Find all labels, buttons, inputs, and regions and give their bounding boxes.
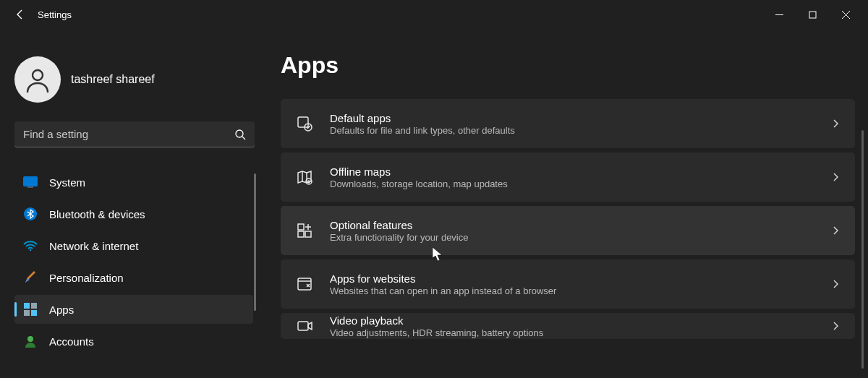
chevron-right-icon: [830, 279, 841, 289]
search-icon: [234, 129, 246, 140]
sidebar: tashreef shareef System Bluetooth & devi…: [0, 29, 260, 378]
card-title: Apps for websites: [330, 272, 830, 285]
chevron-right-icon: [830, 225, 841, 236]
svg-point-5: [236, 130, 243, 137]
sidebar-item-personalization[interactable]: Personalization: [14, 263, 253, 292]
accounts-icon: [23, 334, 38, 348]
optional-features-icon: [295, 221, 314, 240]
settings-cards: Default apps Defaults for file and link …: [281, 99, 855, 339]
card-video-playback[interactable]: Video playback Video adjustments, HDR st…: [281, 313, 855, 339]
sidebar-item-label: Network & internet: [49, 240, 138, 252]
sidebar-item-label: Accounts: [49, 335, 94, 348]
card-subtitle: Defaults for file and link types, other …: [330, 125, 830, 136]
card-subtitle: Extra functionality for your device: [330, 232, 830, 243]
card-optional-features[interactable]: Optional features Extra functionality fo…: [281, 206, 855, 255]
sidebar-item-system[interactable]: System: [14, 168, 253, 197]
bluetooth-icon: [23, 207, 38, 221]
sidebar-item-bluetooth[interactable]: Bluetooth & devices: [14, 199, 253, 228]
chevron-right-icon: [830, 321, 841, 331]
svg-rect-21: [305, 231, 311, 237]
main-content: Apps Default apps Defaults for file and …: [260, 29, 868, 378]
svg-point-15: [27, 336, 33, 342]
close-icon: [842, 11, 850, 19]
svg-rect-14: [31, 310, 37, 316]
search-input[interactable]: [23, 128, 234, 140]
svg-point-4: [33, 70, 43, 80]
svg-line-6: [242, 137, 245, 139]
scrollbar[interactable]: [861, 130, 864, 369]
card-default-apps[interactable]: Default apps Defaults for file and link …: [281, 99, 855, 148]
sidebar-item-label: Personalization: [49, 272, 124, 284]
paintbrush-icon: [23, 270, 38, 285]
sidebar-item-label: Apps: [49, 304, 74, 316]
svg-rect-16: [298, 117, 308, 127]
card-title: Video playback: [330, 314, 830, 327]
card-title: Offline maps: [330, 166, 830, 178]
wifi-icon: [23, 239, 38, 253]
svg-rect-7: [23, 176, 38, 186]
chevron-right-icon: [830, 172, 841, 182]
close-button[interactable]: [829, 0, 862, 29]
sidebar-nav: System Bluetooth & devices Network & int…: [14, 168, 253, 356]
avatar: [14, 56, 61, 103]
minimize-icon: [775, 11, 783, 19]
back-button[interactable]: [6, 0, 35, 29]
sidebar-item-label: System: [49, 176, 85, 189]
arrow-left-icon: [14, 9, 26, 20]
page-heading: Apps: [281, 52, 855, 79]
default-apps-icon: [295, 114, 314, 133]
card-offline-maps[interactable]: Offline maps Downloads, storage location…: [281, 153, 855, 202]
card-subtitle: Websites that can open in an app instead…: [330, 285, 830, 296]
maximize-button[interactable]: [796, 0, 829, 29]
svg-rect-11: [24, 303, 30, 309]
svg-rect-1: [809, 12, 816, 18]
sidebar-item-network[interactable]: Network & internet: [14, 231, 253, 260]
card-title: Default apps: [330, 112, 830, 124]
profile-name: tashreef shareef: [71, 73, 155, 86]
sidebar-item-apps[interactable]: Apps: [14, 295, 253, 324]
person-icon: [23, 65, 52, 94]
apps-icon: [23, 302, 38, 317]
minimize-button[interactable]: [762, 0, 796, 29]
card-subtitle: Video adjustments, HDR streaming, batter…: [330, 327, 830, 338]
apps-for-websites-icon: [295, 275, 314, 293]
sidebar-item-label: Bluetooth & devices: [49, 208, 145, 220]
svg-rect-19: [298, 224, 304, 230]
offline-maps-icon: [295, 168, 314, 186]
svg-point-10: [30, 249, 31, 251]
svg-rect-20: [298, 231, 304, 237]
video-playback-icon: [295, 317, 314, 335]
title-bar: Settings: [0, 0, 868, 29]
svg-rect-23: [298, 322, 308, 330]
chevron-right-icon: [830, 119, 841, 129]
sidebar-item-accounts[interactable]: Accounts: [14, 327, 253, 356]
card-subtitle: Downloads, storage location, map updates: [330, 179, 830, 189]
system-icon: [23, 175, 38, 189]
card-title: Optional features: [330, 219, 830, 231]
profile-block[interactable]: tashreef shareef: [14, 56, 253, 103]
search-box[interactable]: [14, 121, 255, 147]
svg-rect-8: [27, 186, 33, 188]
window-controls: [762, 0, 862, 29]
svg-rect-13: [24, 310, 30, 316]
maximize-icon: [809, 11, 817, 19]
card-apps-for-websites[interactable]: Apps for websites Websites that can open…: [281, 259, 855, 309]
svg-rect-12: [31, 303, 37, 309]
window-title: Settings: [38, 9, 72, 20]
